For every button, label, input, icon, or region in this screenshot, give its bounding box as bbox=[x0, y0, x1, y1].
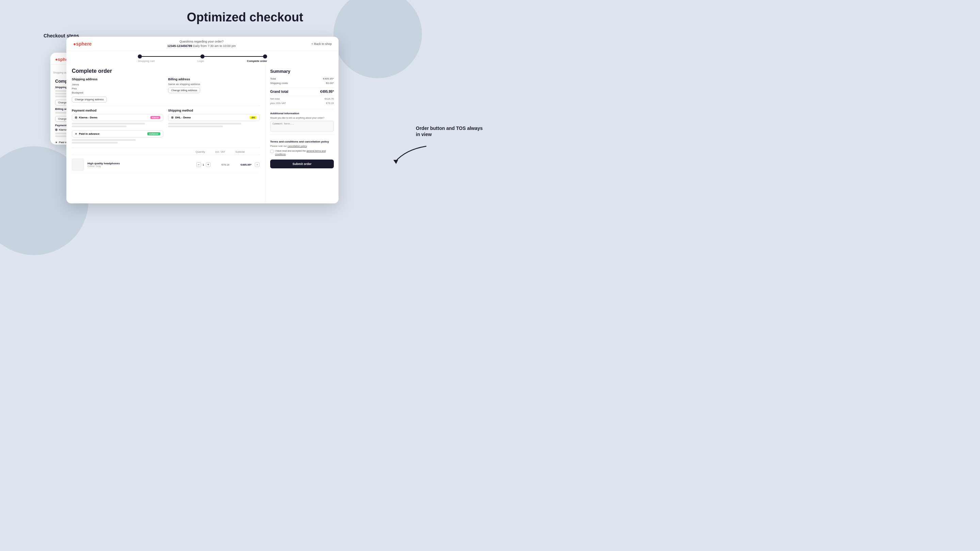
tos-section: Terms and conditions and cancellation po… bbox=[270, 140, 334, 159]
qty-header: Quantity bbox=[196, 150, 205, 153]
change-billing-btn[interactable]: Change billing address bbox=[168, 87, 200, 93]
mobile-klarna-radio[interactable] bbox=[55, 129, 57, 131]
klarna-badge: klarna bbox=[150, 116, 160, 119]
dhl-detail-1 bbox=[168, 123, 241, 124]
shipping-address-section: Shipping address JanosPeaBudapest Change… bbox=[72, 78, 163, 102]
checkout-main-panel: Complete order Shipping address JanosPea… bbox=[66, 65, 266, 203]
checkout-header: ●sphere Questions regarding your order? … bbox=[66, 37, 339, 51]
vat-header: incl. VAT bbox=[215, 150, 225, 153]
net-total-row: Net total €416.76 bbox=[270, 97, 334, 100]
payment-shipping-row: Payment method Klarna - Demo klarna bbox=[72, 109, 259, 144]
payment-method-title: Payment method bbox=[72, 109, 163, 112]
mobile-step-label-1: Shopping cart bbox=[53, 71, 68, 74]
checkout-contact: Questions regarding your order? 12345-12… bbox=[167, 40, 236, 48]
change-shipping-btn[interactable]: Change shipping address bbox=[72, 97, 107, 102]
vat-row: plus 19% VAT €79.19 bbox=[270, 102, 334, 105]
product-quantity: − 1 + bbox=[196, 162, 211, 167]
step-circle-2 bbox=[200, 54, 205, 59]
tos-note: Please note our cancellation policy. bbox=[270, 144, 334, 148]
klarna-payment-option[interactable]: Klarna - Demo klarna bbox=[72, 114, 163, 121]
address-section-row: Shipping address JanosPeaBudapest Change… bbox=[72, 78, 259, 102]
qty-decrease-btn[interactable]: − bbox=[196, 162, 201, 167]
tos-checkbox-row: I have read and accepted the general ter… bbox=[270, 149, 334, 156]
vorkasse-detail-2 bbox=[72, 142, 118, 143]
product-variant: Colour: Gray bbox=[88, 165, 193, 167]
shipping-address-title: Shipping address bbox=[72, 78, 163, 81]
qty-value: 1 bbox=[203, 163, 204, 166]
shipping-row: Shipping costs €0.00* bbox=[270, 82, 334, 85]
billing-same-text: Same as shipping address bbox=[168, 83, 259, 86]
step-label-2: Login bbox=[197, 60, 204, 63]
product-subtotal: €495.95* bbox=[233, 163, 251, 166]
general-tos-link[interactable]: general terms and conditions bbox=[275, 150, 326, 156]
product-remove-btn[interactable]: × bbox=[255, 162, 259, 167]
product-info: High quality headphones Colour: Gray bbox=[88, 162, 193, 167]
vorkasse-detail-1 bbox=[72, 139, 136, 141]
billing-address-title: Billing address bbox=[168, 78, 259, 81]
step-label-1: Shopping cart bbox=[138, 60, 154, 63]
step-circle-1 bbox=[138, 54, 142, 59]
order-button-arrow bbox=[388, 143, 430, 167]
order-button-annotation: Order button and TOS always in view bbox=[416, 125, 484, 137]
dhl-shipping-option[interactable]: DHL - Demo dhl bbox=[168, 114, 259, 121]
cancellation-policy-link[interactable]: cancellation policy bbox=[288, 145, 307, 147]
complete-order-title: Complete order bbox=[72, 68, 259, 74]
subtotal-header: Subtotal bbox=[235, 150, 245, 153]
page-title: Optimized checkout bbox=[0, 10, 490, 24]
tos-text: I have read and accepted the general ter… bbox=[275, 149, 334, 156]
step-line-1 bbox=[142, 56, 200, 57]
vorkasse-option-name: Paid in advance bbox=[79, 132, 99, 135]
product-row: High quality headphones Colour: Gray − 1… bbox=[72, 157, 259, 173]
summary-divider-2 bbox=[270, 134, 334, 135]
qty-increase-btn[interactable]: + bbox=[206, 162, 211, 167]
additional-info-sub: Would you like to tell us anything about… bbox=[270, 117, 334, 119]
grand-total-value: €495.95* bbox=[320, 90, 334, 94]
dhl-detail-2 bbox=[168, 125, 223, 127]
tos-checkbox[interactable] bbox=[270, 150, 274, 153]
products-section: Quantity incl. VAT Subtotal High quality… bbox=[72, 150, 259, 173]
vat-label: plus 19% VAT bbox=[270, 102, 286, 105]
additional-info-title: Additional information bbox=[270, 112, 334, 115]
contact-question: Questions regarding your order? bbox=[167, 40, 236, 44]
section-divider-2 bbox=[72, 147, 259, 148]
total-value: €495.95* bbox=[323, 77, 334, 80]
product-name: High quality headphones bbox=[88, 162, 193, 165]
summary-panel: Summary Total €495.95* Shipping costs €0… bbox=[266, 65, 339, 203]
submit-order-button[interactable]: Submit order bbox=[270, 159, 334, 168]
net-total-label: Net total bbox=[270, 97, 280, 100]
net-total-value: €416.76 bbox=[325, 97, 334, 100]
back-to-shop-link[interactable]: < Back to shop bbox=[311, 42, 332, 46]
shipping-label: Shipping costs bbox=[270, 82, 288, 85]
shipping-value: €0.00* bbox=[326, 82, 334, 85]
step-label-3: Complete order bbox=[247, 60, 267, 63]
payment-method-section: Payment method Klarna - Demo klarna bbox=[72, 109, 163, 144]
summary-title: Summary bbox=[270, 69, 334, 74]
step-line-2 bbox=[205, 56, 263, 57]
vorkasse-radio[interactable] bbox=[75, 133, 77, 135]
stepper-labels: Shopping cart Login Complete order bbox=[138, 60, 267, 63]
mobile-vorkasse-radio[interactable] bbox=[55, 141, 57, 143]
checkout-window: ●sphere Questions regarding your order? … bbox=[66, 37, 339, 203]
checkout-logo: ●sphere bbox=[73, 41, 92, 47]
stepper-track bbox=[138, 54, 267, 59]
products-table-header: Quantity incl. VAT Subtotal bbox=[72, 150, 259, 155]
klarna-radio[interactable] bbox=[75, 116, 77, 119]
grand-total-row: Grand total €495.95* bbox=[270, 87, 334, 96]
klarna-detail-2 bbox=[72, 125, 127, 127]
dhl-radio[interactable] bbox=[171, 116, 173, 119]
checkout-stepper: Shopping cart Login Complete order bbox=[66, 51, 339, 65]
klarna-detail-1 bbox=[72, 123, 145, 124]
billing-address-section: Billing address Same as shipping address… bbox=[168, 78, 259, 102]
grand-total-label: Grand total bbox=[270, 90, 288, 94]
comment-textarea[interactable] bbox=[270, 121, 334, 132]
shipping-address-text: JanosPeaBudapest bbox=[72, 83, 163, 95]
total-row: Total €495.95* bbox=[270, 77, 334, 80]
vat-value: €79.19 bbox=[326, 102, 334, 105]
vorkasse-badge: vorkasse bbox=[147, 132, 160, 135]
dhl-option-name: DHL - Demo bbox=[175, 116, 191, 119]
product-incl-vat: €79.19 bbox=[214, 163, 229, 166]
step-circle-3 bbox=[263, 54, 267, 59]
checkout-body: Complete order Shipping address JanosPea… bbox=[66, 65, 339, 203]
total-label: Total bbox=[270, 77, 276, 80]
vorkasse-payment-option[interactable]: Paid in advance vorkasse bbox=[72, 130, 163, 137]
